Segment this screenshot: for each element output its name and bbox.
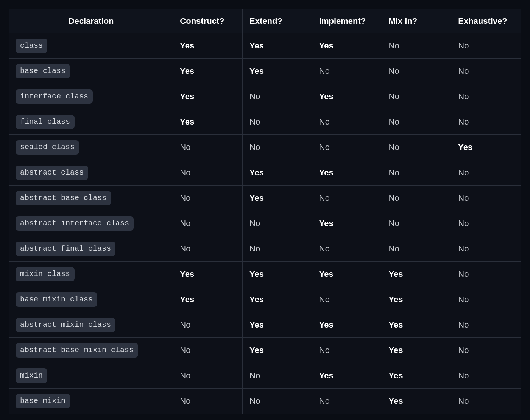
table-row: classYesYesYesNoNo — [9, 33, 521, 59]
table-row: final classYesNoNoNoNo — [9, 109, 521, 135]
capability-cell: Yes — [382, 363, 451, 389]
capability-cell: Yes — [382, 287, 451, 312]
declaration-cell: base class — [9, 59, 173, 84]
header-declaration: Declaration — [9, 9, 173, 33]
header-extend: Extend? — [243, 9, 312, 33]
yes-value: Yes — [319, 219, 334, 228]
declaration-code: class — [16, 39, 47, 53]
capability-cell: Yes — [173, 287, 243, 312]
no-value: No — [458, 193, 469, 203]
no-value: No — [249, 371, 260, 380]
no-value: No — [180, 142, 190, 152]
yes-value: Yes — [389, 320, 403, 329]
capability-cell: Yes — [243, 160, 312, 186]
capability-cell: No — [243, 109, 312, 135]
capability-cell: No — [243, 84, 312, 109]
table-row: mixin classYesYesYesYesNo — [9, 262, 521, 287]
yes-value: Yes — [180, 295, 194, 304]
capability-cell: No — [451, 33, 521, 59]
capability-cell: Yes — [312, 84, 382, 109]
capability-cell: No — [243, 389, 312, 414]
yes-value: Yes — [249, 168, 264, 177]
no-value: No — [249, 396, 260, 406]
capability-cell: Yes — [312, 262, 382, 287]
yes-value: Yes — [249, 295, 264, 304]
capability-cell: Yes — [243, 312, 312, 338]
table-row: interface classYesNoYesNoNo — [9, 84, 521, 109]
declaration-cell: base mixin — [9, 389, 173, 414]
table-header-row: Declaration Construct? Extend? Implement… — [9, 9, 521, 33]
table-row: base mixinNoNoNoYesNo — [9, 389, 521, 414]
capability-cell: Yes — [173, 84, 243, 109]
yes-value: Yes — [249, 193, 264, 203]
capability-cell: No — [451, 236, 521, 262]
table-row: sealed classNoNoNoNoYes — [9, 135, 521, 160]
yes-value: Yes — [389, 371, 403, 380]
capability-cell: No — [451, 312, 521, 338]
yes-value: Yes — [249, 269, 264, 279]
no-value: No — [319, 244, 330, 253]
capability-cell: No — [451, 160, 521, 186]
no-value: No — [458, 168, 469, 177]
yes-value: Yes — [389, 269, 403, 279]
no-value: No — [458, 117, 469, 126]
no-value: No — [249, 92, 260, 101]
declaration-cell: base mixin class — [9, 287, 173, 312]
capability-cell: No — [312, 338, 382, 363]
capability-cell: No — [173, 389, 243, 414]
capability-cell: Yes — [173, 33, 243, 59]
capability-cell: No — [451, 338, 521, 363]
no-value: No — [389, 244, 399, 253]
yes-value: Yes — [319, 92, 334, 101]
table-row: abstract interface classNoNoYesNoNo — [9, 211, 521, 236]
no-value: No — [180, 244, 190, 253]
yes-value: Yes — [249, 41, 264, 50]
yes-value: Yes — [180, 117, 194, 126]
header-exhaustive: Exhaustive? — [451, 9, 521, 33]
no-value: No — [319, 117, 330, 126]
yes-value: Yes — [319, 41, 334, 50]
no-value: No — [389, 92, 399, 101]
declaration-code: abstract mixin class — [16, 318, 115, 332]
table-row: abstract final classNoNoNoNoNo — [9, 236, 521, 262]
declaration-code: base mixin class — [16, 292, 97, 307]
header-construct: Construct? — [173, 9, 243, 33]
capability-cell: Yes — [451, 135, 521, 160]
capability-cell: No — [312, 109, 382, 135]
declaration-code: mixin — [16, 368, 47, 383]
yes-value: Yes — [389, 295, 403, 304]
capability-cell: No — [243, 211, 312, 236]
no-value: No — [249, 244, 260, 253]
table-row: abstract classNoYesYesNoNo — [9, 160, 521, 186]
capability-cell: No — [312, 59, 382, 84]
capability-cell: Yes — [312, 312, 382, 338]
yes-value: Yes — [319, 371, 334, 380]
header-implement: Implement? — [312, 9, 382, 33]
declaration-code: abstract class — [16, 166, 88, 180]
capability-cell: Yes — [382, 338, 451, 363]
declaration-code: abstract base class — [16, 191, 111, 205]
no-value: No — [458, 396, 469, 406]
yes-value: Yes — [249, 66, 264, 76]
header-mixin: Mix in? — [382, 9, 451, 33]
capability-cell: Yes — [173, 59, 243, 84]
no-value: No — [458, 244, 469, 253]
capability-cell: Yes — [382, 312, 451, 338]
capability-cell: Yes — [312, 160, 382, 186]
yes-value: Yes — [180, 66, 194, 76]
capability-cell: No — [243, 363, 312, 389]
declaration-cell: final class — [9, 109, 173, 135]
capability-cell: No — [451, 84, 521, 109]
yes-value: Yes — [319, 320, 334, 329]
declaration-cell: mixin class — [9, 262, 173, 287]
capability-cell: No — [173, 211, 243, 236]
capability-cell: Yes — [243, 262, 312, 287]
capability-cell: No — [382, 84, 451, 109]
declaration-code: abstract interface class — [16, 216, 134, 231]
no-value: No — [180, 345, 190, 355]
no-value: No — [389, 117, 399, 126]
no-value: No — [389, 193, 399, 203]
yes-value: Yes — [180, 92, 194, 101]
no-value: No — [458, 41, 469, 50]
capability-cell: No — [173, 160, 243, 186]
